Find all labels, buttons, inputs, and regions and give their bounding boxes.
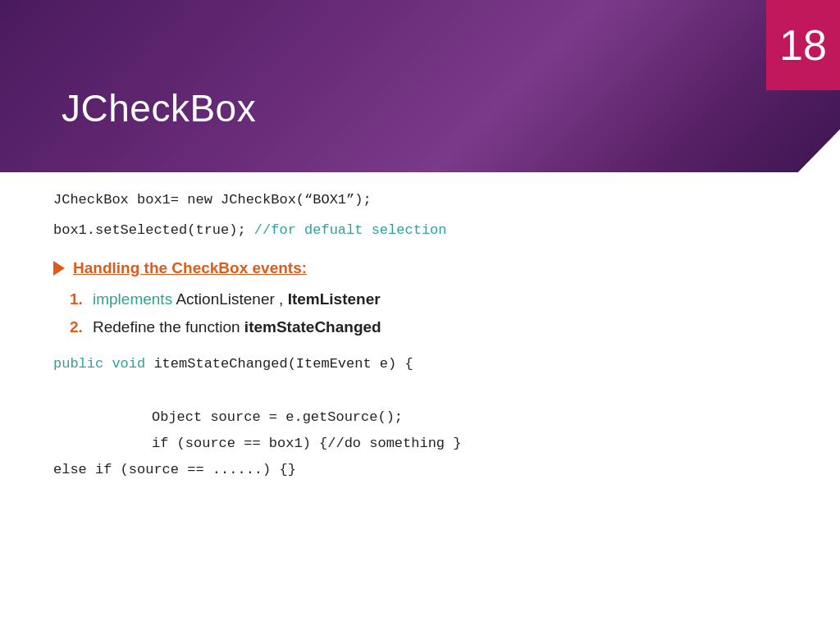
code-section: public void itemStateChanged(ItemEvent e… — [53, 351, 799, 483]
list-number-1: 1. — [70, 285, 86, 313]
list-item: 1. implements ActionListener , ItemListe… — [70, 285, 799, 313]
list-item-2-content: Redefine the function itemStateChanged — [93, 313, 381, 341]
list-number-2: 2. — [70, 313, 86, 341]
code-comment: //for defualt selection — [246, 222, 447, 238]
code-method-line: public void itemStateChanged(ItemEvent e… — [53, 351, 799, 377]
numbered-list: 1. implements ActionListener , ItemListe… — [70, 285, 799, 341]
keyword-implements: implements — [93, 290, 172, 308]
code-body-3: else if (source == ......) {} — [53, 457, 799, 483]
list-item-1-bold: ItemListener — [288, 290, 381, 308]
code-method-rest: itemStateChanged(ItemEvent e) { — [145, 356, 413, 372]
list-item-2-text: Redefine the function — [93, 318, 244, 336]
bullet-heading-text: Handling the CheckBox events: — [73, 259, 307, 277]
code-line-2: box1.setSelected(true); //for defualt se… — [53, 219, 799, 243]
list-item-2-bold: itemStateChanged — [244, 318, 381, 336]
slide-title: JCheckBox — [62, 86, 256, 130]
slide: 18 JCheckBox JCheckBox box1= new JCheckB… — [0, 0, 840, 630]
bullet-triangle-icon — [53, 261, 65, 276]
list-item-1-content: implements ActionListener , ItemListener — [93, 285, 381, 313]
code-body-1: Object source = e.getSource(); — [152, 404, 799, 431]
slide-number: 18 — [779, 24, 827, 66]
bullet-section: Handling the CheckBox events: 1. impleme… — [53, 259, 799, 341]
content-area: JCheckBox box1= new JCheckBox(“BOX1”); b… — [53, 189, 799, 484]
list-item-2: 2. Redefine the function itemStateChange… — [70, 313, 799, 341]
code-line-1: JCheckBox box1= new JCheckBox(“BOX1”); — [53, 189, 799, 212]
code-body-2: if (source == box1) {//do something } — [152, 431, 799, 457]
corner-tab: 18 — [766, 0, 840, 90]
code-empty-line — [53, 377, 799, 404]
code-public-void: public void — [53, 356, 145, 372]
code-line-2-plain: box1.setSelected(true); — [53, 222, 246, 238]
bullet-heading: Handling the CheckBox events: — [53, 259, 799, 277]
list-item-1-text: ActionListener , — [176, 290, 287, 308]
